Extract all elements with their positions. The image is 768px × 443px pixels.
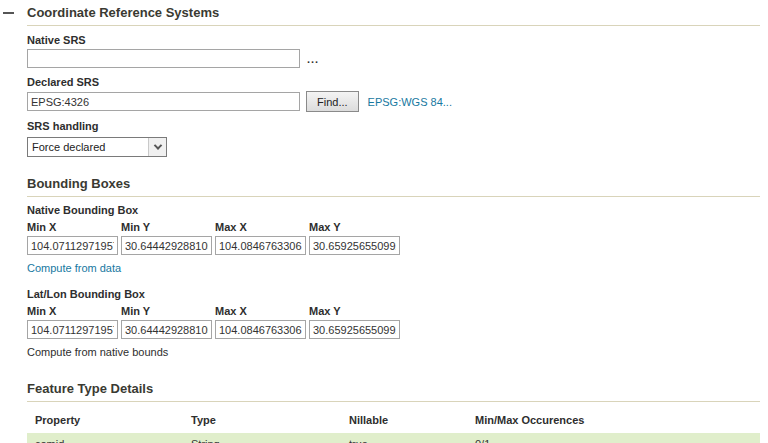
col-header-occurences: Min/Max Occurences bbox=[467, 408, 760, 433]
compute-from-native-bounds-link[interactable]: Compute from native bounds bbox=[27, 346, 168, 358]
maxx-label: Max X bbox=[215, 305, 308, 317]
declared-srs-input[interactable] bbox=[27, 92, 300, 111]
native-bbox-maxx: Max X bbox=[215, 221, 308, 255]
maxy-label: Max Y bbox=[309, 305, 402, 317]
native-srs-browse-button[interactable]: ... bbox=[307, 53, 319, 65]
latlon-bbox-grid: Min X Min Y Max X Max Y bbox=[27, 305, 760, 339]
native-miny-input[interactable] bbox=[121, 236, 212, 255]
maxy-label: Max Y bbox=[309, 221, 402, 233]
col-header-property: Property bbox=[27, 408, 183, 433]
latlon-maxx-input[interactable] bbox=[215, 320, 306, 339]
cell-nillable: true bbox=[341, 433, 467, 443]
maxx-label: Max X bbox=[215, 221, 308, 233]
latlon-bbox-label: Lat/Lon Bounding Box bbox=[27, 288, 760, 300]
table-row: comid String true 0/1 bbox=[27, 433, 760, 443]
native-bbox-minx: Min X bbox=[27, 221, 120, 255]
layer-config-content: Coordinate Reference Systems Native SRS … bbox=[0, 0, 768, 443]
latlon-bbox-maxx: Max X bbox=[215, 305, 308, 339]
feature-type-details-title: Feature Type Details bbox=[27, 382, 760, 402]
native-maxy-input[interactable] bbox=[309, 236, 400, 255]
native-minx-input[interactable] bbox=[27, 236, 118, 255]
collapse-minus-icon[interactable] bbox=[3, 12, 14, 14]
native-bbox-label: Native Bounding Box bbox=[27, 204, 760, 216]
latlon-bbox-maxy: Max Y bbox=[309, 305, 402, 339]
col-header-type: Type bbox=[183, 408, 341, 433]
declared-srs-row: Find... EPSG:WGS 84... bbox=[27, 91, 760, 112]
cell-occurences: 0/1 bbox=[467, 433, 760, 443]
table-header-row: Property Type Nillable Min/Max Occurence… bbox=[27, 408, 760, 433]
native-bbox-maxy: Max Y bbox=[309, 221, 402, 255]
cell-type: String bbox=[183, 433, 341, 443]
compute-from-data-link[interactable]: Compute from data bbox=[27, 262, 121, 274]
miny-label: Min Y bbox=[121, 305, 214, 317]
feature-type-table: Property Type Nillable Min/Max Occurence… bbox=[27, 408, 760, 443]
epsg-wgs84-link[interactable]: EPSG:WGS 84... bbox=[368, 96, 452, 108]
native-bbox-grid: Min X Min Y Max X Max Y bbox=[27, 221, 760, 255]
native-maxx-input[interactable] bbox=[215, 236, 306, 255]
minx-label: Min X bbox=[27, 305, 120, 317]
srs-handling-select[interactable]: Force declared bbox=[27, 137, 167, 157]
declared-srs-label: Declared SRS bbox=[27, 76, 760, 88]
latlon-bbox-minx: Min X bbox=[27, 305, 120, 339]
crs-section-title: Coordinate Reference Systems bbox=[27, 6, 760, 26]
native-bbox-miny: Min Y bbox=[121, 221, 214, 255]
native-srs-input[interactable] bbox=[27, 49, 300, 68]
srs-handling-selected-value: Force declared bbox=[28, 141, 148, 153]
native-srs-row: ... bbox=[27, 49, 760, 68]
col-header-nillable: Nillable bbox=[341, 408, 467, 433]
latlon-minx-input[interactable] bbox=[27, 320, 118, 339]
crs-section: Coordinate Reference Systems Native SRS … bbox=[27, 6, 760, 157]
minx-label: Min X bbox=[27, 221, 120, 233]
native-srs-label: Native SRS bbox=[27, 34, 760, 46]
srs-handling-label: SRS handling bbox=[27, 120, 760, 132]
latlon-bbox-miny: Min Y bbox=[121, 305, 214, 339]
chevron-down-icon bbox=[148, 138, 166, 156]
feature-type-details-section: Feature Type Details Property Type Nilla… bbox=[27, 382, 760, 443]
cell-property: comid bbox=[27, 433, 183, 443]
bounding-boxes-section-title: Bounding Boxes bbox=[27, 177, 760, 197]
bounding-boxes-section: Bounding Boxes Native Bounding Box Min X… bbox=[27, 177, 760, 358]
find-button[interactable]: Find... bbox=[306, 91, 359, 112]
latlon-miny-input[interactable] bbox=[121, 320, 212, 339]
miny-label: Min Y bbox=[121, 221, 214, 233]
latlon-maxy-input[interactable] bbox=[309, 320, 400, 339]
